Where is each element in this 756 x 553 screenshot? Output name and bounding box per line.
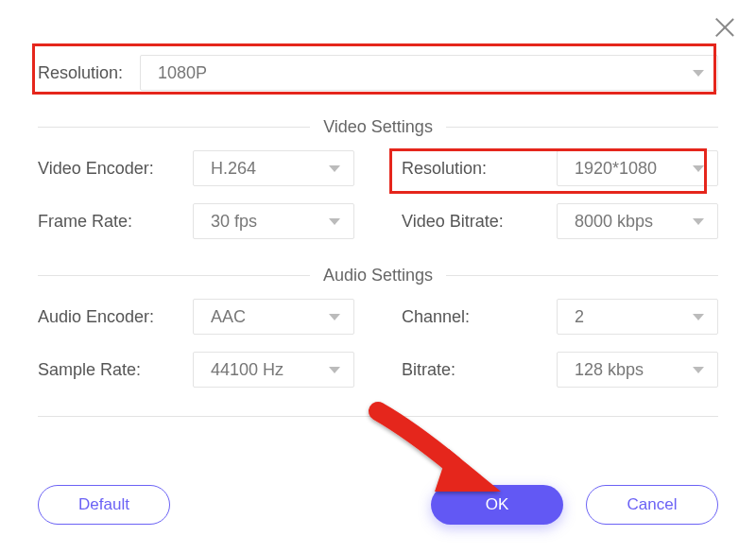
cancel-button-label: Cancel [627,495,678,514]
frame-rate-value: 30 fps [211,212,257,232]
video-bitrate-label: Video Bitrate: [402,212,543,232]
audio-settings-label: Audio Settings [323,266,433,285]
audio-settings-title: Audio Settings [38,266,718,285]
audio-bitrate-field: Bitrate: 128 kbps [402,352,718,388]
ok-button[interactable]: OK [431,485,563,525]
audio-bitrate-value: 128 kbps [575,360,644,380]
sample-rate-field: Sample Rate: 44100 Hz [38,352,354,388]
sample-rate-value: 44100 Hz [211,360,284,380]
video-settings-grid: Video Encoder: H.264 Resolution: 1920*10… [38,150,718,239]
audio-encoder-field: Audio Encoder: AAC [38,299,354,335]
channel-field: Channel: 2 [402,299,718,335]
video-bitrate-select[interactable]: 8000 kbps [557,203,718,239]
frame-rate-field: Frame Rate: 30 fps [38,203,354,239]
video-encoder-label: Video Encoder: [38,159,180,179]
caret-down-icon [329,218,340,225]
cancel-button[interactable]: Cancel [586,485,718,525]
video-settings-label: Video Settings [323,117,433,137]
video-encoder-field: Video Encoder: H.264 [38,150,354,186]
audio-bitrate-label: Bitrate: [402,360,543,380]
video-resolution-select[interactable]: 1920*1080 [557,150,718,186]
dialog-buttons: Default OK Cancel [38,485,718,525]
frame-rate-select[interactable]: 30 fps [193,203,354,239]
video-resolution-value: 1920*1080 [575,159,657,179]
caret-down-icon [693,367,704,373]
video-resolution-field: Resolution: 1920*1080 [402,150,718,186]
divider [38,416,718,417]
audio-encoder-label: Audio Encoder: [38,307,180,327]
video-bitrate-value: 8000 kbps [575,212,653,232]
channel-label: Channel: [402,307,543,327]
caret-down-icon [329,367,340,373]
channel-select[interactable]: 2 [557,299,718,335]
audio-bitrate-select[interactable]: 128 kbps [557,352,718,388]
caret-down-icon [329,314,340,320]
default-button-label: Default [78,495,129,514]
video-settings-title: Video Settings [38,117,718,137]
sample-rate-select[interactable]: 44100 Hz [193,352,354,388]
caret-down-icon [693,165,704,172]
top-resolution-value: 1080P [158,63,207,83]
top-resolution-label: Resolution: [38,63,123,83]
top-resolution-select[interactable]: 1080P [140,55,718,91]
sample-rate-label: Sample Rate: [38,360,180,380]
close-icon[interactable] [711,13,739,42]
frame-rate-label: Frame Rate: [38,212,180,232]
channel-value: 2 [575,307,584,327]
caret-down-icon [693,314,704,320]
audio-encoder-select[interactable]: AAC [193,299,354,335]
default-button[interactable]: Default [38,485,170,525]
video-resolution-label: Resolution: [402,159,543,179]
settings-dialog: Resolution: 1080P Video Settings Video E… [0,0,756,553]
audio-settings-grid: Audio Encoder: AAC Channel: 2 Sample Rat… [38,299,718,388]
top-resolution-row: Resolution: 1080P [38,55,718,91]
video-encoder-select[interactable]: H.264 [193,150,354,186]
video-bitrate-field: Video Bitrate: 8000 kbps [402,203,718,239]
video-encoder-value: H.264 [211,159,256,179]
caret-down-icon [693,218,704,225]
caret-down-icon [329,165,340,172]
audio-encoder-value: AAC [211,307,246,327]
ok-button-label: OK [486,495,509,514]
caret-down-icon [693,70,704,77]
